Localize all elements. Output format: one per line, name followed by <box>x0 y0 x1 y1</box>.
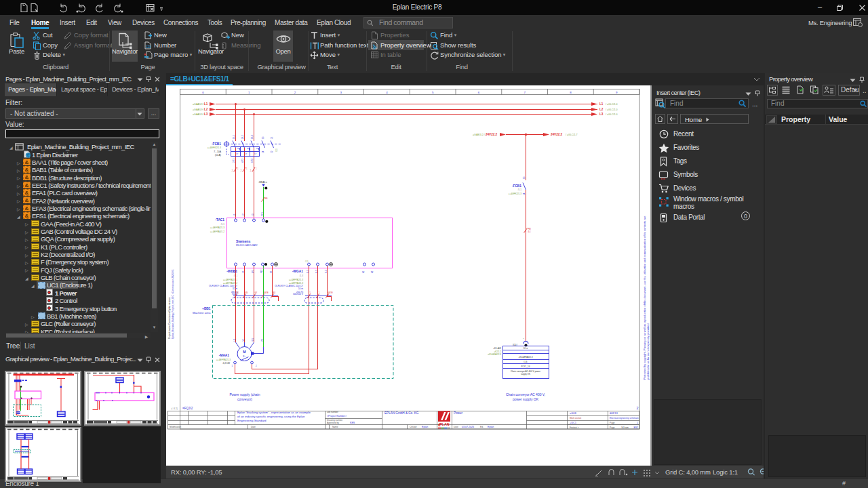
svg-text:24V22.2: 24V22.2 <box>551 133 563 136</box>
svg-text:3~: 3~ <box>243 354 246 358</box>
svg-text:03.07.2026: 03.07.2026 <box>462 426 474 428</box>
svg-text:/1.1: /1.1 <box>221 223 225 226</box>
svg-text:/1.5: /1.5 <box>275 148 278 152</box>
svg-text:Name: Name <box>332 426 338 428</box>
svg-text:=+&EFPA4/1.2: =+&EFPA4/1.2 <box>210 230 224 233</box>
svg-text:750 V: 750 V <box>231 293 237 296</box>
svg-text:Eplan 'Stacking system' - repr: Eplan 'Stacking system' - representation… <box>237 411 311 414</box>
svg-text:BU: BU <box>273 291 276 294</box>
svg-text:=+&EFPA2/1.3: =+&EFPA2/1.3 <box>289 279 303 281</box>
svg-text:Electrical engineering schemat: Electrical engineering schematic <box>610 417 639 420</box>
svg-text:=K2/1.2: =K2/1.2 <box>494 350 502 353</box>
svg-text:PCIC_14: PCIC_14 <box>521 365 530 368</box>
svg-text:6/T3: 6/T3 <box>251 159 254 163</box>
svg-text:4/T2: 4/T2 <box>241 159 244 163</box>
svg-text:Date: Date <box>251 426 256 428</box>
svg-text:Ed.: Ed. <box>480 426 484 428</box>
svg-text:-FCB1: -FCB1 <box>212 142 221 146</box>
svg-text:/1.1: /1.1 <box>305 260 309 263</box>
svg-text:Modification: Modification <box>170 426 181 428</box>
svg-text:8SL3CO-1AE15-8AF2: 8SL3CO-1AE15-8AF2 <box>236 244 258 247</box>
svg-text:PE1: PE1 <box>261 212 264 216</box>
svg-text:L3: L3 <box>204 113 208 116</box>
svg-text:=GAA/L9 /: =GAA/L9 / <box>193 103 204 106</box>
svg-text:M: M <box>243 350 245 354</box>
svg-text:V1: V1 <box>242 270 245 273</box>
svg-text:=K1&EFA2/2.3: =K1&EFA2/2.3 <box>488 353 501 356</box>
svg-text:21: 21 <box>271 136 273 139</box>
svg-text:+K1&EFA2/2.3: +K1&EFA2/2.3 <box>519 356 533 359</box>
svg-text:prohibited in as far as not ex: prohibited in as far as not expressly pe… <box>646 323 650 380</box>
svg-text:W1: W1 <box>252 270 254 273</box>
svg-text:L1: L1 <box>599 102 604 106</box>
svg-text:L2: L2 <box>204 108 208 111</box>
svg-text:L2: L2 <box>242 214 245 216</box>
svg-text:-WEA2-x: -WEA2-x <box>258 181 267 184</box>
svg-text:13: 13 <box>523 176 526 179</box>
svg-text:-WGA1: -WGA1 <box>292 270 303 273</box>
svg-text:/ =GLC/1.7: / =GLC/1.7 <box>566 134 577 136</box>
svg-text:power supply OK: power supply OK <box>513 397 539 401</box>
svg-text:L3: L3 <box>252 214 254 216</box>
svg-text:14: 14 <box>262 150 264 153</box>
svg-text:94 from: 94 from <box>621 426 629 429</box>
svg-text:=+&EFK2/1.3: =+&EFK2/1.3 <box>509 192 521 195</box>
svg-text:=FQJ/2: =FQJ/2 <box>182 407 193 410</box>
svg-text:<Project Number>: <Project Number> <box>327 415 347 418</box>
svg-text:L1: L1 <box>233 214 236 216</box>
svg-text:&EFS1: &EFS1 <box>610 412 618 415</box>
svg-text:Date: Date <box>454 426 458 428</box>
svg-text:-MAA1: -MAA1 <box>219 354 230 357</box>
svg-text:Work section: Work section <box>570 417 582 420</box>
svg-text:/1.1: /1.1 <box>234 274 238 277</box>
svg-text:L1: L1 <box>204 102 208 106</box>
svg-text:A1: A1 <box>362 270 365 273</box>
svg-text:BN: BN <box>245 291 248 294</box>
svg-text:2: 2 <box>637 406 639 410</box>
svg-text:Power: Power <box>454 411 462 415</box>
svg-text:24V22.2: 24V22.2 <box>486 133 498 136</box>
svg-text:/ =GLC/1.0: / =GLC/1.0 <box>606 108 617 111</box>
svg-text:=+&EFPA2/1.3: =+&EFPA2/1.3 <box>216 359 231 361</box>
svg-text:=GAB/3.2 /: =GAB/3.2 / <box>473 134 485 136</box>
svg-text:-TAC1: -TAC1 <box>215 218 224 222</box>
svg-text:1/L1: 1/L1 <box>233 135 235 139</box>
svg-text:/1.3: /1.3 <box>300 274 304 277</box>
svg-text:X10 /: X10 / <box>513 344 517 346</box>
svg-text:Engineering Standard: Engineering Standard <box>237 419 267 422</box>
svg-text:Eplan_Machine_Building_Project: Eplan_Machine_Building_Project_mm_IEC <C… <box>172 269 174 339</box>
svg-text:Machine area: Machine area <box>193 311 211 314</box>
svg-text:ES2: ES2 <box>634 426 639 429</box>
svg-text:/ =GLC/1.0: / =GLC/1.0 <box>606 113 617 116</box>
svg-text:3/L2: 3/L2 <box>241 135 244 139</box>
svg-text:A2: A2 <box>371 270 374 273</box>
svg-text:V1: V1 <box>242 339 245 342</box>
svg-text:=GAA/L9 /: =GAA/L9 / <box>193 113 204 116</box>
svg-text:Project name Commission Ep: Project name Commission Eplan version <box>168 298 171 339</box>
svg-text:300/500 V: 300/500 V <box>293 293 304 296</box>
svg-text:14: 14 <box>523 192 526 195</box>
svg-text:=GAA/L9 /: =GAA/L9 / <box>193 108 204 111</box>
svg-text:W1: W1 <box>252 338 254 342</box>
svg-text:conveyor): conveyor) <box>237 397 252 401</box>
svg-text:Siemens: Siemens <box>236 239 250 243</box>
svg-text:of an industry-specific engine: of an industry-specific engineering, usi… <box>237 415 305 418</box>
svg-text:L2: L2 <box>599 108 604 111</box>
svg-text:=GLB: =GLB <box>570 412 576 415</box>
svg-text:Power supply (chain: Power supply (chain <box>229 392 260 396</box>
svg-text:=+&EFK2/1.3: =+&EFK2/1.3 <box>208 146 221 149</box>
svg-text:U1: U1 <box>233 338 236 341</box>
svg-text:Eplan: Eplan <box>422 426 428 428</box>
svg-text:EPLAN GmbH & Co. KG: EPLAN GmbH & Co. KG <box>384 411 419 415</box>
svg-text:Approved by: Approved by <box>327 422 339 424</box>
svg-text:Chain conveyor AC 400 V,: Chain conveyor AC 400 V, <box>506 392 545 396</box>
svg-text:e: e <box>438 422 441 428</box>
svg-text:=+&EFPA2/1.3: =+&EFPA2/1.3 <box>210 226 224 229</box>
svg-text:=+&EFPA2/1.1: =+&EFPA2/1.1 <box>223 279 237 281</box>
svg-text:+UC1: +UC1 <box>570 422 576 424</box>
svg-text:(10 A): (10 A) <box>215 154 221 157</box>
svg-text:~: ~ <box>523 338 524 340</box>
svg-text:Page: Page <box>610 422 615 424</box>
svg-text:I1.6: I1.6 <box>524 361 528 363</box>
svg-text:1L3: 1L3 <box>325 270 328 273</box>
